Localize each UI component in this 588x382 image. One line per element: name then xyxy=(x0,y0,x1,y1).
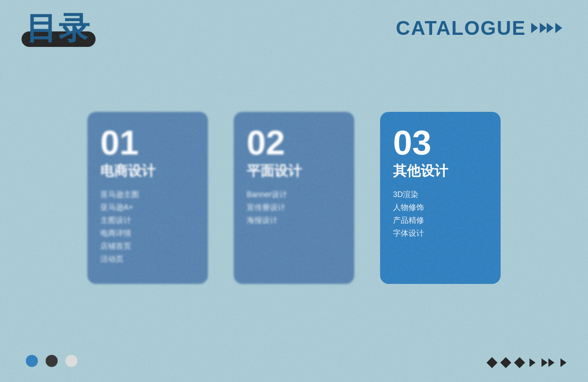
card-1-items: 亚马逊主图 亚马逊A+ 主图设计 电商详情 店铺首页 活动页 xyxy=(100,189,195,264)
nav-arrow-double-left-icon xyxy=(542,358,548,367)
nav-arrow-single-icon[interactable] xyxy=(529,358,535,367)
nav-arrows-triple-icon[interactable] xyxy=(560,358,566,367)
card-2[interactable]: 02 平面设计 Banner设计 宣传册设计 海报设计 xyxy=(234,112,354,284)
list-item: 亚马逊A+ xyxy=(100,202,195,213)
list-item: 主图设计 xyxy=(100,215,195,225)
list-item: 产品精修 xyxy=(393,215,488,225)
bottom-left-dots xyxy=(26,355,77,367)
card-2-items: Banner设计 宣传册设计 海报设计 xyxy=(247,189,341,225)
arrow-double-left-icon xyxy=(540,23,547,33)
card-3-title: 其他设计 xyxy=(393,162,488,181)
card-1-title: 电商设计 xyxy=(100,162,195,181)
bottom-right-nav xyxy=(488,358,566,367)
list-item: 亚马逊主图 xyxy=(100,189,195,200)
list-item: 活动页 xyxy=(100,254,195,264)
list-item: 人物修饰 xyxy=(393,202,488,213)
catalogue-text: CATALOGUE xyxy=(396,16,526,40)
nav-arrows-double-icon[interactable] xyxy=(542,358,554,367)
cards-container: 01 电商设计 亚马逊主图 亚马逊A+ 主图设计 电商详情 店铺首页 活动页 0… xyxy=(0,112,588,284)
list-item: 海报设计 xyxy=(247,215,341,225)
nav-arrow-triple-icon xyxy=(560,358,566,367)
list-item: 3D渲染 xyxy=(393,189,488,200)
title-chinese: 目录 xyxy=(26,12,91,43)
dot-white[interactable] xyxy=(65,355,77,367)
arrow-single-icon xyxy=(531,23,538,33)
arrow-double-icon xyxy=(540,23,554,33)
header: 目录 CATALOGUE xyxy=(0,0,588,56)
diamond-3-icon[interactable] xyxy=(514,357,525,368)
card-1[interactable]: 01 电商设计 亚马逊主图 亚马逊A+ 主图设计 电商详情 店铺首页 活动页 xyxy=(87,112,208,284)
card-1-number: 01 xyxy=(100,126,195,160)
title-block: 目录 xyxy=(26,12,91,43)
dot-blue[interactable] xyxy=(26,355,38,367)
diamond-2-icon[interactable] xyxy=(500,357,511,368)
catalogue-arrows xyxy=(531,23,562,33)
dot-dark[interactable] xyxy=(46,355,58,367)
card-2-title: 平面设计 xyxy=(247,162,341,181)
card-3[interactable]: 03 其他设计 3D渲染 人物修饰 产品精修 字体设计 xyxy=(380,112,501,284)
diamond-1-icon[interactable] xyxy=(486,357,497,368)
card-2-number: 02 xyxy=(247,126,341,160)
arrow-extra-icon xyxy=(555,23,562,33)
card-3-number: 03 xyxy=(393,126,488,160)
catalogue-header: CATALOGUE xyxy=(396,16,563,40)
arrow-double-right-icon xyxy=(547,23,554,33)
list-item: 电商详情 xyxy=(100,228,195,238)
nav-arrow-double-right-icon xyxy=(548,358,554,367)
list-item: 字体设计 xyxy=(393,228,488,238)
list-item: Banner设计 xyxy=(247,189,341,200)
list-item: 店铺首页 xyxy=(100,241,195,251)
card-3-items: 3D渲染 人物修饰 产品精修 字体设计 xyxy=(393,189,488,238)
list-item: 宣传册设计 xyxy=(247,202,341,213)
